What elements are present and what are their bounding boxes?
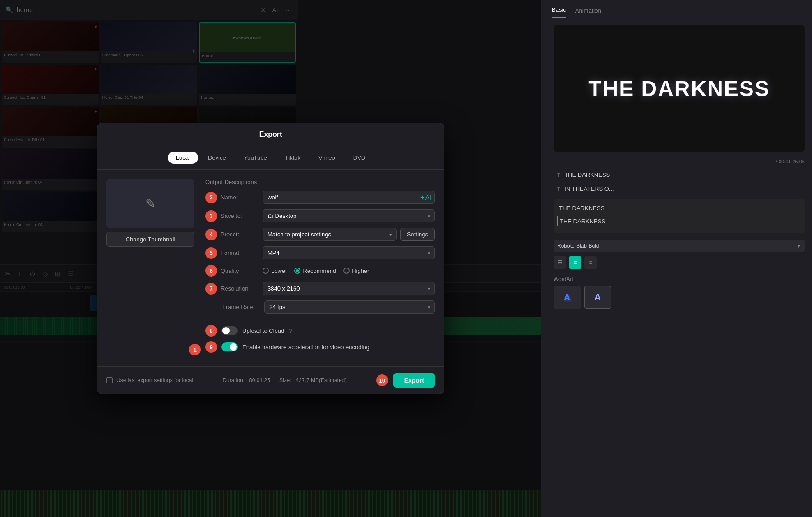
thumb-preview: ✎ [106, 179, 194, 228]
last-settings-checkbox[interactable] [106, 377, 113, 383]
step-badge-9: 9 [205, 341, 217, 353]
name-input[interactable] [263, 191, 435, 204]
last-settings-label: Use last export settings for local [116, 377, 193, 383]
upload-cloud-label: Upload to Cloud [242, 328, 284, 334]
font-name-label: Roboto Slab Bold [557, 243, 793, 249]
export-modal: Export Local Device YouTube Tiktok Vimeo… [97, 123, 444, 394]
modal-tab-dvd[interactable]: DVD [345, 152, 374, 164]
time-indicator: / 00:01:25:05 [554, 159, 805, 164]
quality-higher-label: Higher [352, 268, 369, 274]
upload-cloud-toggle[interactable] [221, 326, 238, 335]
align-center-btn[interactable]: ≡ [569, 256, 581, 269]
size-value: 427.7 MB(Estimated) [296, 377, 347, 383]
title-list: T THE DARKNESS T IN THEATERS O... [554, 168, 805, 196]
modal-header: Export [97, 123, 444, 146]
right-panel: Basic Animation THE DARKNESS / 00:01:25:… [546, 0, 812, 517]
size-label: Size: [279, 377, 291, 383]
chevron-down-icon: ▼ [797, 244, 801, 249]
title-item-1[interactable]: T IN THEATERS O... [554, 182, 805, 196]
align-left-btn[interactable]: ☰ [554, 256, 566, 269]
save-to-select[interactable]: 🗂 Desktop [263, 209, 435, 222]
format-select[interactable]: MP4 [263, 246, 435, 259]
step-badge-10: 10 [376, 374, 388, 386]
font-section: Roboto Slab Bold ▼ ☰ ≡ ≡ [554, 240, 805, 269]
resolution-select[interactable]: 3840 x 2160 [263, 282, 435, 295]
format-select-wrap: MP4 ▼ [263, 246, 435, 259]
radio-lower-circle [263, 268, 269, 274]
right-panel-tabs: Basic Animation [546, 0, 812, 18]
quality-higher[interactable]: Higher [343, 268, 369, 274]
quality-row: 6 Quality Lower Recommend [205, 265, 435, 277]
step-badge-1: 1 [189, 344, 201, 355]
wordart-style-1[interactable]: A [584, 286, 611, 309]
font-picker[interactable]: Roboto Slab Bold ▼ [554, 240, 805, 252]
framerate-row: Frame Rate: 24 fps ▼ [205, 300, 435, 314]
quality-lower-label: Lower [271, 268, 287, 274]
resolution-row: 7 Resolution: 3840 x 2160 ▼ [205, 282, 435, 295]
footer-info: Duration: 00:01:25 Size: 427.7 MB(Estima… [222, 377, 346, 383]
modal-tab-youtube[interactable]: YouTube [236, 152, 275, 164]
ai-icon: ✦AI [420, 194, 431, 201]
preset-select[interactable]: Match to project settings [263, 228, 397, 241]
radio-recommend-circle [294, 268, 300, 274]
name-row: 2 Name: ✦AI [205, 191, 435, 204]
save-to-row: 3 Save to: 🗂 Desktop ▼ [205, 209, 435, 222]
export-button[interactable]: Export [393, 373, 435, 388]
quality-radio-group: Lower Recommend Higher [263, 268, 369, 274]
step-badge-4: 4 [205, 229, 217, 240]
duration-value: 00:01:25 [249, 377, 270, 383]
active-title-label-2: THE DARKNESS [557, 216, 801, 226]
step-badge-2: 2 [205, 192, 217, 203]
modal-tab-local[interactable]: Local [168, 152, 198, 164]
footer-checkbox-row: Use last export settings for local [106, 377, 193, 383]
change-thumbnail-button[interactable]: Change Thumbnail [106, 232, 194, 247]
modal-body: ✎ Change Thumbnail 1 Output Descriptions… [97, 170, 444, 366]
framerate-select-wrap: 24 fps ▼ [264, 300, 435, 314]
modal-tab-tiktok[interactable]: Tiktok [277, 152, 309, 164]
modal-footer: Use last export settings for local Durat… [97, 366, 444, 394]
modal-form: Output Descriptions 2 Name: ✦AI 3 Save t… [205, 179, 435, 357]
text-align-row: ☰ ≡ ≡ [554, 256, 805, 269]
hw-accel-row: 9 Enable hardware acceleration for video… [205, 341, 435, 353]
save-to-select-wrap: 🗂 Desktop ▼ [263, 209, 435, 222]
modal-overlay: Export Local Device YouTube Tiktok Vimeo… [0, 0, 541, 517]
upload-cloud-row: 8 Upload to Cloud ? [205, 325, 435, 337]
preset-row: 4 Preset: Match to project settings ▼ Se… [205, 228, 435, 241]
wordart-style-0[interactable]: A [554, 286, 581, 309]
align-right-btn[interactable]: ≡ [584, 256, 597, 269]
quality-recommend-label: Recommend [303, 268, 336, 274]
settings-button[interactable]: Settings [400, 228, 435, 241]
modal-tabs: Local Device YouTube Tiktok Vimeo DVD [97, 146, 444, 170]
preset-label: Preset: [221, 231, 259, 238]
modal-tab-vimeo[interactable]: Vimeo [310, 152, 343, 164]
resolution-select-wrap: 3840 x 2160 ▼ [263, 282, 435, 295]
resolution-label: Resolution: [221, 285, 259, 292]
hw-accel-label: Enable hardware acceleration for video e… [242, 344, 369, 351]
quality-recommend[interactable]: Recommend [294, 268, 336, 274]
quality-lower[interactable]: Lower [263, 268, 287, 274]
framerate-select[interactable]: 24 fps [264, 300, 435, 314]
duration-info: Duration: 00:01:25 [222, 377, 270, 383]
preset-select-wrap: Match to project settings ▼ [263, 228, 397, 241]
right-panel-content: THE DARKNESS / 00:01:25:05 T THE DARKNES… [546, 18, 812, 316]
format-row: 5 Format: MP4 ▼ [205, 246, 435, 259]
step-badge-8: 8 [205, 325, 217, 337]
right-preview: THE DARKNESS [554, 25, 805, 152]
duration-label: Duration: [222, 377, 245, 383]
modal-tab-device[interactable]: Device [200, 152, 234, 164]
title-item-0[interactable]: T THE DARKNESS [554, 168, 805, 182]
step-badge-7: 7 [205, 283, 217, 295]
hw-accel-toggle[interactable] [221, 342, 238, 351]
tab-basic[interactable]: Basic [552, 6, 566, 18]
name-input-wrap: ✦AI [263, 191, 435, 204]
step-badge-5: 5 [205, 247, 217, 259]
thumbnail-section: ✎ Change Thumbnail 1 [106, 179, 194, 357]
framerate-label: Frame Rate: [222, 304, 261, 310]
section-title: Output Descriptions [205, 179, 435, 185]
radio-higher-circle [343, 268, 350, 274]
step-badge-6: 6 [205, 265, 217, 277]
help-icon[interactable]: ? [289, 328, 292, 334]
modal-divider [205, 319, 435, 319]
tab-animation[interactable]: Animation [575, 7, 601, 18]
wordart-styles: A A [554, 286, 805, 309]
